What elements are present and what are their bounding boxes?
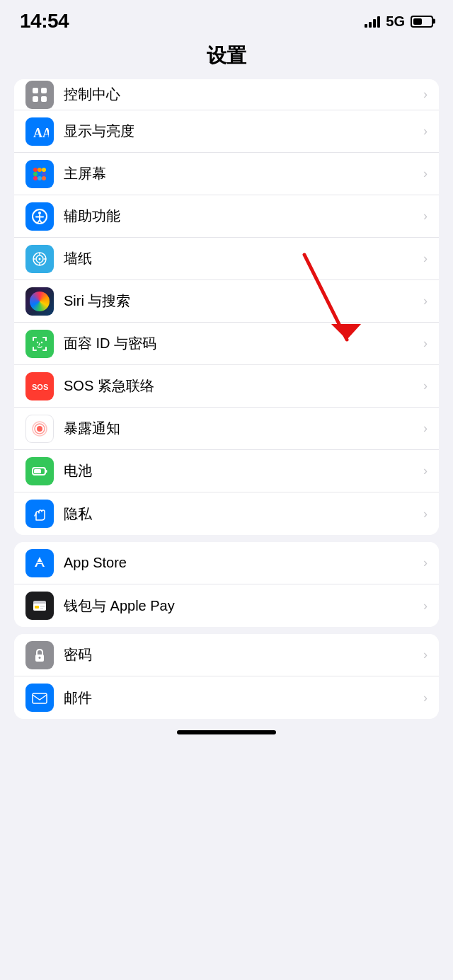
settings-row-accessibility[interactable]: 辅助功能 › — [14, 195, 439, 238]
svg-rect-43 — [45, 470, 47, 473]
svg-rect-55 — [33, 693, 47, 703]
settings-group-2: App Store › 钱包与 Apple Pay › — [14, 542, 439, 627]
wallet-icon — [25, 592, 54, 620]
mail-icon — [25, 684, 54, 712]
settings-row-wallpaper[interactable]: 墙纸 › — [14, 238, 439, 280]
privacy-label: 隐私 — [64, 505, 419, 524]
display-icon: AA — [25, 117, 54, 146]
svg-point-35 — [37, 341, 38, 342]
homescreen-icon — [25, 160, 54, 188]
accessibility-label: 辅助功能 — [64, 207, 419, 226]
network-type: 5G — [386, 13, 405, 30]
battery-body — [411, 16, 433, 28]
wallpaper-label: 墙纸 — [64, 249, 419, 268]
battery-icon — [25, 457, 54, 485]
home-indicator — [177, 730, 276, 734]
control-center-label: 控制中心 — [64, 85, 419, 104]
signal-bar-3 — [373, 19, 376, 28]
sos-label: SOS 紧急联络 — [64, 376, 419, 396]
privacy-icon — [25, 500, 54, 528]
faceid-chevron: › — [423, 336, 428, 351]
svg-rect-32 — [33, 347, 34, 351]
accessibility-chevron: › — [423, 209, 428, 224]
sos-chevron: › — [423, 379, 428, 393]
signal-bar-1 — [365, 24, 367, 28]
battery-chevron: › — [423, 463, 428, 478]
settings-row-exposure[interactable]: 暴露通知 › — [14, 408, 439, 450]
siri-label: Siri 与搜索 — [64, 292, 419, 311]
settings-row-appstore[interactable]: App Store › — [14, 542, 439, 584]
svg-point-10 — [42, 172, 46, 176]
settings-row-wallet[interactable]: 钱包与 Apple Pay › — [14, 584, 439, 627]
homescreen-label: 主屏幕 — [64, 164, 419, 183]
passwords-icon — [25, 641, 54, 669]
settings-row-display[interactable]: AA 显示与亮度 › — [14, 110, 439, 153]
svg-point-11 — [33, 176, 38, 180]
wallet-label: 钱包与 Apple Pay — [64, 596, 419, 616]
svg-point-5 — [33, 168, 38, 172]
faceid-label: 面容 ID 与密码 — [64, 334, 419, 353]
exposure-icon — [25, 415, 54, 443]
battery-indicator — [411, 16, 433, 28]
mail-label: 邮件 — [64, 688, 419, 708]
passwords-chevron: › — [423, 647, 428, 662]
svg-rect-50 — [35, 606, 39, 609]
svg-rect-34 — [45, 347, 47, 351]
sos-icon: SOS — [25, 372, 54, 400]
svg-point-36 — [41, 341, 42, 342]
control-center-icon — [25, 81, 54, 109]
settings-row-control-center[interactable]: 控制中心 › — [14, 79, 439, 110]
settings-row-homescreen[interactable]: 主屏幕 › — [14, 153, 439, 195]
svg-rect-3 — [41, 96, 47, 102]
exposure-label: 暴露通知 — [64, 419, 419, 438]
svg-point-8 — [33, 172, 38, 176]
svg-rect-0 — [33, 88, 38, 93]
settings-group-3: 密码 › 邮件 › — [14, 634, 439, 719]
signal-bar-2 — [369, 22, 372, 28]
svg-point-54 — [39, 657, 41, 659]
accessibility-icon — [25, 202, 54, 231]
appstore-chevron: › — [423, 555, 428, 570]
settings-row-mail[interactable]: 邮件 › — [14, 676, 439, 719]
svg-text:AA: AA — [33, 126, 49, 140]
settings-row-sos[interactable]: SOS SOS 紧急联络 › — [14, 365, 439, 408]
battery-fill — [413, 18, 422, 25]
svg-point-22 — [39, 258, 41, 260]
wallpaper-icon — [25, 245, 54, 273]
settings-row-passwords[interactable]: 密码 › — [14, 634, 439, 676]
svg-rect-44 — [34, 469, 41, 473]
svg-line-37 — [39, 343, 40, 345]
siri-chevron: › — [423, 294, 428, 309]
wallet-chevron: › — [423, 599, 428, 613]
status-bar: 14:54 5G — [0, 0, 453, 40]
page-title: 设置 — [0, 40, 453, 79]
svg-line-19 — [40, 220, 42, 223]
svg-text:SOS: SOS — [32, 383, 48, 391]
svg-point-7 — [42, 168, 46, 172]
status-time: 14:54 — [20, 10, 69, 33]
svg-point-12 — [38, 176, 42, 180]
control-center-chevron: › — [423, 87, 428, 102]
wallpaper-chevron: › — [423, 251, 428, 266]
svg-point-39 — [37, 426, 42, 432]
settings-row-privacy[interactable]: 隐私 › — [14, 492, 439, 535]
siri-icon — [25, 287, 54, 316]
privacy-chevron: › — [423, 507, 428, 521]
mail-chevron: › — [423, 691, 428, 705]
settings-row-battery[interactable]: 电池 › — [14, 450, 439, 492]
svg-rect-2 — [33, 96, 38, 102]
battery-label: 电池 — [64, 461, 419, 480]
svg-point-15 — [38, 212, 41, 214]
signal-bars — [365, 15, 380, 28]
homescreen-chevron: › — [423, 166, 428, 181]
signal-bar-4 — [377, 16, 380, 28]
settings-row-siri[interactable]: Siri 与搜索 › — [14, 280, 439, 323]
svg-point-9 — [38, 172, 42, 176]
status-right: 5G — [365, 13, 433, 30]
svg-rect-28 — [33, 337, 34, 341]
passwords-label: 密码 — [64, 645, 419, 664]
exposure-chevron: › — [423, 421, 428, 436]
svg-rect-30 — [45, 337, 47, 341]
appstore-icon — [25, 549, 54, 577]
settings-row-faceid[interactable]: 面容 ID 与密码 › — [14, 323, 439, 365]
